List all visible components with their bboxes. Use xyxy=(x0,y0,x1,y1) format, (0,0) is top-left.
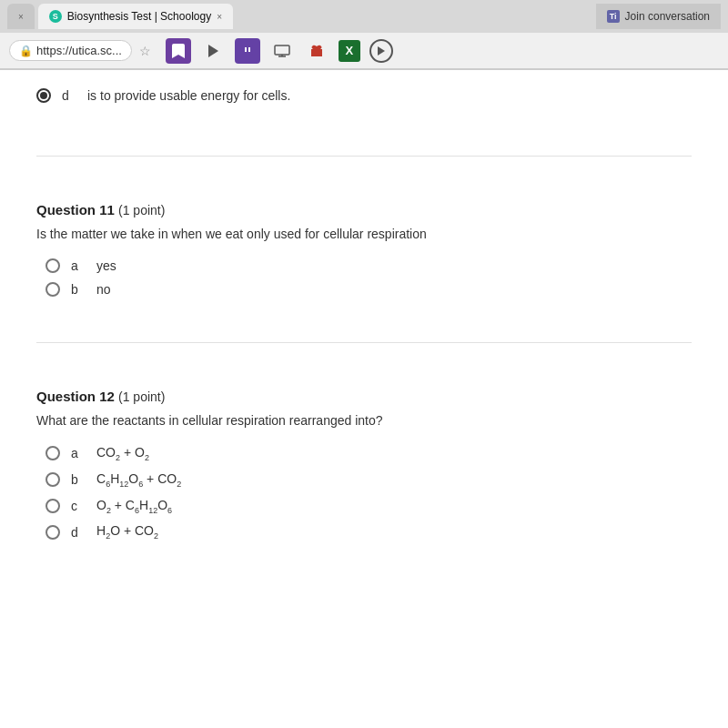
option-12-b-label: b xyxy=(71,472,86,487)
question-12-option-d[interactable]: d H2O + CO2 xyxy=(46,523,692,541)
svg-rect-3 xyxy=(248,47,250,52)
question-12-text: What are the reactants in cellular respi… xyxy=(36,411,692,430)
question-12-option-a[interactable]: a CO2 + O2 xyxy=(46,445,692,462)
option-11-b-text: no xyxy=(96,282,111,297)
question-11-title: Question 11 xyxy=(36,202,115,217)
question-12-points: (1 point) xyxy=(118,389,165,404)
radio-12-b[interactable] xyxy=(46,472,60,487)
bookmark-icon[interactable] xyxy=(166,38,191,64)
twitch-icon[interactable] xyxy=(235,38,260,64)
address-url: https://utica.sc... xyxy=(36,44,122,57)
tab-schoology-label: Biosynthesis Test | Schoology xyxy=(67,10,211,23)
radio-d-filled[interactable] xyxy=(36,88,51,103)
option-12-d-label: d xyxy=(71,525,86,540)
question-11-points: (1 point) xyxy=(118,203,165,217)
svg-rect-4 xyxy=(275,46,289,55)
option-11-b-label: b xyxy=(71,282,86,297)
question-12-option-b[interactable]: b C6H12O6 + CO2 xyxy=(46,471,692,489)
monitor-icon[interactable] xyxy=(269,38,295,64)
option-d-text: is to provide usable energy for cells. xyxy=(87,88,290,103)
divider-q12 xyxy=(36,342,692,343)
option-12-c-text: O2 + C6H12O6 xyxy=(96,498,172,515)
url-field[interactable]: 🔒 https://utica.sc... xyxy=(9,40,132,61)
tab-close-inactive[interactable]: × xyxy=(18,12,24,22)
question-12-title: Question 12 xyxy=(36,389,115,404)
toolbar-icons: X xyxy=(166,38,393,64)
option-11-a-text: yes xyxy=(96,258,116,273)
tab-inactive[interactable]: × xyxy=(7,4,35,29)
browser-chrome: × S Biosynthesis Test | Schoology × Ti J… xyxy=(0,0,728,70)
option-11-a-label: a xyxy=(71,258,86,273)
radio-12-c[interactable] xyxy=(46,499,60,513)
option-12-a-label: a xyxy=(71,446,86,460)
tab-teams[interactable]: Ti Join conversation xyxy=(596,4,721,29)
svg-rect-1 xyxy=(242,46,253,55)
star-icon[interactable]: ☆ xyxy=(139,44,151,58)
option-12-d-text: H2O + CO2 xyxy=(96,523,158,541)
question-12-option-c[interactable]: c O2 + C6H12O6 xyxy=(46,498,692,515)
lock-icon: 🔒 xyxy=(19,45,33,57)
question-12: Question 12 (1 point) What are the react… xyxy=(36,389,692,541)
previous-answer-d: d is to provide usable energy for cells. xyxy=(36,88,692,103)
question-11-option-b[interactable]: b no xyxy=(46,282,692,297)
tab-bar: × S Biosynthesis Test | Schoology × Ti J… xyxy=(0,0,728,33)
address-bar: 🔒 https://utica.sc... ☆ xyxy=(0,33,728,69)
question-11-options: a yes b no xyxy=(46,258,692,297)
radio-12-a[interactable] xyxy=(46,446,60,460)
tab-teams-label: Join conversation xyxy=(625,10,710,23)
option-d-label: d xyxy=(62,88,76,103)
svg-rect-2 xyxy=(245,47,247,52)
radio-12-d[interactable] xyxy=(46,525,60,540)
schoology-icon: S xyxy=(49,10,62,23)
question-11-header: Question 11 (1 point) xyxy=(36,202,692,217)
option-12-b-text: C6H12O6 + CO2 xyxy=(96,471,181,489)
radio-11-b[interactable] xyxy=(46,282,60,297)
radio-11-a[interactable] xyxy=(46,258,60,273)
teams-icon: Ti xyxy=(607,10,620,23)
gift-icon[interactable] xyxy=(304,38,329,64)
tab-schoology[interactable]: S Biosynthesis Test | Schoology × xyxy=(38,4,233,29)
page-content: d is to provide usable energy for cells.… xyxy=(0,70,728,728)
svg-marker-0 xyxy=(208,45,218,57)
tab-close-schoology[interactable]: × xyxy=(217,12,222,22)
play-arrow-icon[interactable] xyxy=(200,38,226,64)
question-12-options: a CO2 + O2 b C6H12O6 + CO2 c O2 + C6H12O… xyxy=(46,445,692,541)
svg-marker-7 xyxy=(378,46,385,56)
excel-icon[interactable]: X xyxy=(339,40,360,62)
divider-q11 xyxy=(36,156,692,157)
question-12-header: Question 12 (1 point) xyxy=(36,389,692,404)
question-11-text: Is the matter we take in when we eat onl… xyxy=(36,225,692,244)
option-12-a-text: CO2 + O2 xyxy=(96,445,149,462)
question-11-option-a[interactable]: a yes xyxy=(46,258,692,273)
option-12-c-label: c xyxy=(71,499,86,513)
question-11: Question 11 (1 point) Is the matter we t… xyxy=(36,202,692,297)
play-circle-icon[interactable] xyxy=(369,39,393,63)
